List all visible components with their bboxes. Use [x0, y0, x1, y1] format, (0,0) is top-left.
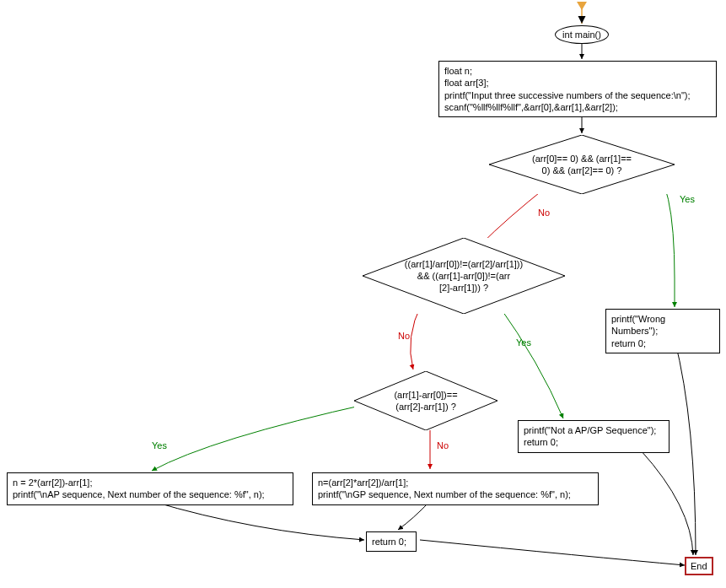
init-line-3: printf("Input three successive numbers o… [444, 89, 711, 101]
wrong-line-2: return 0; [611, 337, 714, 349]
init-line-1: float n; [444, 65, 711, 77]
d1-line-1: (arr[0]== 0) && (arr[1]== [532, 153, 632, 165]
init-node: float n; float arr[3]; printf("Input thr… [438, 61, 717, 117]
end-node: End [685, 557, 713, 575]
return-node: return 0; [366, 531, 417, 552]
gp-node: n=(arr[2]*arr[2])/arr[1]; printf("\nGP s… [312, 472, 599, 505]
gp-line-1: n=(arr[2]*arr[2])/arr[1]; [318, 477, 593, 488]
notap-node: printf("Not a AP/GP Sequence"); return 0… [518, 420, 670, 453]
d3-line-2: (arr[2]-arr[1]) ? [394, 401, 457, 413]
end-label: End [691, 561, 707, 571]
decision-not-ap-gp: ((arr[1]/arr[0])!=(arr[2]/arr[1])) && ((… [363, 238, 565, 314]
init-line-2: float arr[3]; [444, 77, 711, 89]
edge-d1-no: No [538, 208, 550, 218]
d3-line-1: (arr[1]-arr[0])== [394, 389, 457, 401]
edge-d1-yes: Yes [680, 194, 695, 204]
ap-line-1: n = 2*(arr[2])-arr[1]; [13, 477, 288, 488]
wrong-node: printf("Wrong Numbers"); return 0; [605, 309, 720, 353]
edge-d3-no: No [437, 440, 449, 450]
start-marker [577, 2, 587, 10]
wrong-line-1: printf("Wrong Numbers"); [611, 313, 714, 337]
d1-line-2: 0) && (arr[2]== 0) ? [532, 165, 632, 176]
ap-node: n = 2*(arr[2])-arr[1]; printf("\nAP sequ… [7, 472, 293, 505]
notap-line-2: return 0; [524, 436, 664, 448]
d2-line-3: [2]-arr[1])) ? [405, 282, 523, 294]
notap-line-1: printf("Not a AP/GP Sequence"); [524, 424, 664, 436]
init-line-4: scanf("%llf%llf%llf",&arr[0],&arr[1],&ar… [444, 101, 711, 113]
decision-ap: (arr[1]-arr[0])== (arr[2]-arr[1]) ? [354, 371, 497, 430]
ap-line-2: printf("\nAP sequence, Next number of th… [13, 488, 288, 500]
d2-line-2: && ((arr[1]-arr[0])!=(arr [405, 270, 523, 282]
edge-d2-yes: Yes [516, 337, 531, 348]
decision-all-zero: (arr[0]== 0) && (arr[1]== 0) && (arr[2]=… [489, 135, 675, 194]
edge-d3-yes: Yes [152, 440, 167, 450]
main-label: int main() [562, 30, 601, 40]
main-node: int main() [555, 25, 609, 44]
edge-d2-no: No [398, 331, 410, 341]
d2-line-1: ((arr[1]/arr[0])!=(arr[2]/arr[1])) [405, 258, 523, 270]
return-label: return 0; [372, 537, 406, 547]
gp-line-2: printf("\nGP sequence, Next number of th… [318, 488, 593, 500]
